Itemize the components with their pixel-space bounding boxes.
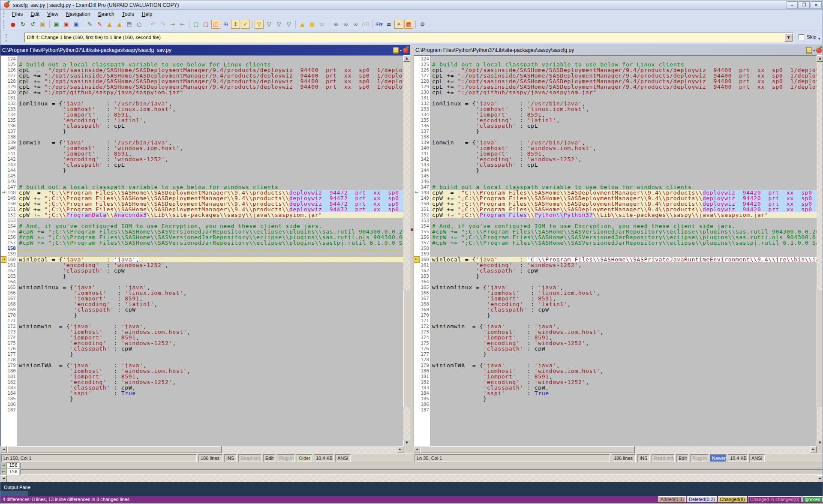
annotation-icon[interactable]: ■ [308, 20, 317, 29]
code-line[interactable]: 131 [414, 95, 817, 101]
code-line[interactable]: 126cpL = "/opt/sasinside/SASHome/SASDepl… [1, 67, 403, 73]
code-line[interactable]: 162 'classpath' : cpW [414, 268, 817, 273]
code-line[interactable]: 146 [414, 179, 817, 184]
code-line[interactable]: 158 [414, 246, 817, 251]
code-line[interactable]: 124 [1, 56, 403, 62]
second-file-editor[interactable]: 124125# build out a local classpath vari… [414, 55, 817, 446]
redo-icon[interactable]: ↷ [158, 20, 167, 29]
code-line[interactable]: 181 'iomport' : 8591, [1, 374, 403, 379]
code-line[interactable]: 179winiomIWA = {'java' : 'java', [414, 363, 817, 368]
edit-indicator[interactable]: Edit [676, 454, 688, 462]
code-line[interactable]: 176 'classpath' : cpW [1, 346, 403, 351]
code-line[interactable]: 152cpW += ";C:\\Program Files\\Python\\P… [414, 212, 817, 218]
first-file-header[interactable]: C:\Program Files\Python\Python37\Lib\sit… [0, 45, 410, 55]
code-line[interactable]: 136 'classpath' : cpL [1, 123, 403, 129]
code-line[interactable]: 153 [414, 218, 817, 223]
mini-row-second-file[interactable]: ← 158 [0, 469, 823, 475]
chevron-down-icon[interactable]: ▾ [400, 48, 402, 52]
code-line[interactable]: 174 'iomport' : 8591, [414, 335, 817, 340]
code-line[interactable]: 155#cpW += ";C:\\Program Files\\SASHome\… [414, 229, 817, 234]
code-line[interactable]: 144 } [1, 168, 403, 173]
code-line[interactable]: 142 'encoding' : 'windows-1252', [1, 156, 403, 162]
code-line[interactable]: 133 'iomhost' : 'linux.iom.host', [1, 106, 403, 112]
code-line[interactable]: 164 [414, 279, 817, 285]
code-line[interactable]: 159 [1, 251, 403, 257]
current-diff-combobox[interactable]: Diff 4: Change 1 line (160, first file) … [24, 33, 793, 42]
filter-changed-icon[interactable]: ▽ [274, 20, 283, 29]
code-line[interactable]: 128cpL += ":/opt/sasinside/SASHome/SASDe… [414, 78, 817, 84]
code-line[interactable]: 172winiomwin = {'java' : 'java', [1, 324, 403, 329]
code-line[interactable]: 143 'classpath' : cpL [1, 162, 403, 168]
code-line[interactable]: 135 'encoding' : 'latin1', [414, 117, 817, 123]
code-line[interactable]: 159 [414, 251, 817, 257]
code-line[interactable]: 136 'classpath' : cpL [414, 123, 817, 129]
code-line[interactable]: 186 [1, 402, 403, 407]
code-line[interactable]: 163 } [414, 273, 817, 279]
code-line[interactable]: 154# And, if you've configured IOM to us… [414, 223, 817, 229]
toolbar-grip[interactable] [3, 11, 5, 17]
menu-tools[interactable]: Tools [118, 10, 138, 18]
toolbar-overflow-chevron[interactable]: ▾ [818, 36, 820, 41]
code-line[interactable]: 128cpL += ":/opt/sasinside/SASHome/SASDe… [1, 78, 403, 84]
code-line[interactable]: 180 'iomhost' : 'windows.iom.host', [414, 368, 817, 374]
open-folder-icon[interactable]: ▣ [38, 20, 47, 29]
code-line[interactable]: 130cpL += ":/opt/github/saspy/java/saspy… [1, 90, 403, 95]
code-line[interactable]: 184 'sspi' : True [1, 390, 403, 396]
code-line[interactable]: 141 'iomport' : 8591, [1, 151, 403, 156]
filter-added-icon[interactable]: ▽ [264, 20, 273, 29]
first-file-editor[interactable]: 124125# build out a local classpath vari… [0, 55, 403, 446]
code-line[interactable]: 150cpW += ";C:\\Program Files\\SASHome\\… [1, 201, 403, 207]
code-line[interactable]: 178 [414, 357, 817, 363]
code-line[interactable]: 182 'encoding' : 'windows-1252', [1, 379, 403, 385]
code-line[interactable]: 183 'classpath' : cpW, [414, 385, 817, 390]
menu-navigation[interactable]: Navigation [62, 10, 94, 18]
print-icon[interactable]: ▤ [125, 20, 134, 29]
code-line[interactable]: 167 'iomport' : 8591, [1, 296, 403, 301]
code-line[interactable]: 151cpW += ";C:\\Program Files\\SASHome\\… [1, 207, 403, 212]
code-line[interactable]: 165winiomlinux = {'java' : 'java', [1, 285, 403, 290]
menu-files[interactable]: Files [8, 10, 27, 18]
swap-first-icon[interactable]: ▲ [105, 20, 114, 29]
diff-marker-icon[interactable]: → [1, 190, 6, 195]
code-line[interactable]: 178 [1, 357, 403, 363]
code-line[interactable]: →160winlocal = {'java' : 'java', [1, 257, 403, 262]
code-line[interactable]: 174 'iomport' : 8591, [1, 335, 403, 340]
code-line[interactable]: 168 'encoding' : 'latin1', [1, 301, 403, 307]
code-line[interactable]: 154# And, if you've configured IOM to us… [1, 223, 403, 229]
code-line[interactable]: 170 } [414, 312, 817, 318]
mini-pane-scrollbar[interactable]: ◄ ► [0, 475, 823, 482]
code-line[interactable]: 125# build out a local classpath variabl… [414, 62, 817, 67]
code-line[interactable]: 124 [414, 56, 817, 62]
pane-splitter[interactable] [410, 45, 414, 453]
code-line[interactable]: 161 'encoding' : 'windows-1252', [414, 262, 817, 268]
code-line[interactable]: 141 'iomport' : 8591, [414, 151, 817, 156]
settings-icon[interactable]: ⚙ [418, 20, 427, 29]
horizontal-scrollbar[interactable]: ◄ ► [0, 446, 403, 453]
diff-marker-icon[interactable]: → [1, 257, 6, 262]
code-line[interactable]: 151cpW += ";C:\\Program Files\\SASHome\\… [414, 207, 817, 212]
toolbar-grip[interactable] [3, 20, 5, 28]
find-icon[interactable]: ∞ [331, 20, 340, 29]
skip-checkbox[interactable] [799, 34, 804, 40]
auto-recompare-icon[interactable]: ✓ [241, 20, 250, 29]
vertical-split-icon[interactable]: ◫ [211, 20, 220, 29]
code-line[interactable]: 139iomwin = {'java' : '/usr/bin/java', [1, 140, 403, 145]
code-line[interactable]: 127cpL += ":/opt/sasinside/SASHome/SASDe… [1, 73, 403, 78]
mini-row-first-file[interactable]: → 158 [0, 462, 823, 469]
code-line[interactable]: 162 'classpath' : cpW [1, 268, 403, 273]
code-line[interactable]: 181 'iomport' : 8591, [414, 374, 817, 379]
code-line[interactable]: →148cpW = "C:\\Program Files\\SASHome\\S… [1, 190, 403, 195]
save-both-icon[interactable]: ▣ [72, 20, 81, 29]
code-line[interactable]: 129cpL += ":/opt/sasinside/SASHome/SASDe… [414, 84, 817, 90]
code-line[interactable]: 137 } [1, 129, 403, 134]
code-line[interactable]: 153 [1, 218, 403, 223]
diff-marker-icon[interactable]: ← [414, 190, 419, 195]
code-line[interactable]: 126cpL = "/opt/sasinside/SASHome/SASDepl… [414, 67, 817, 73]
code-line[interactable]: 134 'iomport' : 8591, [414, 112, 817, 117]
code-line[interactable]: 169 'classpath' : cpW [414, 307, 817, 312]
code-line[interactable]: 149cpW += ";C:\\Program Files\\SASHome\\… [1, 195, 403, 201]
sync-scroll-icon[interactable]: ↕ [231, 20, 240, 29]
code-line[interactable]: 125# build out a local classpath variabl… [1, 62, 403, 67]
recompare-icon[interactable]: ↺ [28, 20, 37, 29]
panes-layout-icon[interactable]: ⊞▾ [375, 20, 384, 29]
